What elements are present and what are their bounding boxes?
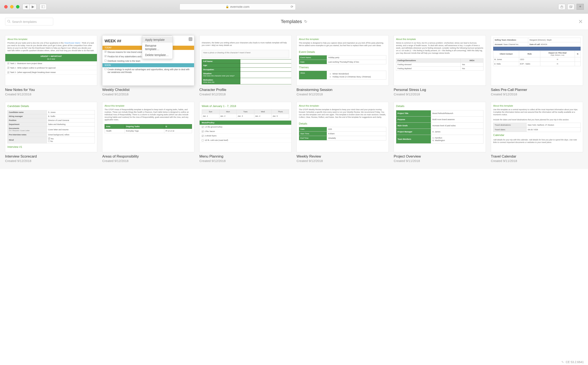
section-header: Candidate Details — [5, 102, 97, 110]
template-date: Created 9/12/2018 — [5, 92, 97, 96]
template-title: Interview Scorecard — [5, 154, 97, 159]
template-title: Sales Pre-Call Planner — [491, 88, 583, 92]
refresh-icon[interactable]: ↻ — [304, 19, 307, 24]
checkbox-icon — [48, 140, 50, 142]
checkbox-icon — [105, 55, 107, 57]
template-date: Created 9/12/2018 — [102, 92, 194, 96]
template-cell: About this template: This template is de… — [297, 35, 389, 96]
forward-button[interactable]: ▶ — [29, 4, 37, 10]
template-desc: The GTD® Weekly Review template is desig… — [299, 108, 386, 119]
template-card-sales-planner[interactable]: Selling Team Attendees:Margaret (Directo… — [491, 35, 583, 86]
svg-rect-5 — [570, 6, 572, 7]
menu-item: 1/2 lb. cold cuts (roast beef) — [200, 138, 291, 142]
template-card-stress-log[interactable]: About this template Stress is common in … — [394, 35, 486, 86]
section-header: Event Details — [299, 50, 386, 54]
more-button[interactable]: ⋯ — [189, 37, 192, 41]
url-bar[interactable]: 🔒 evernote.com ⟳ — [180, 4, 296, 10]
soon-label: SOON — [102, 63, 194, 67]
template-title: Menu Planning — [199, 154, 291, 159]
template-desc: This template is designed to help you ca… — [299, 42, 386, 47]
template-title: Weekly Checklist — [102, 88, 194, 92]
checkbox-icon — [105, 60, 107, 62]
share-button[interactable] — [558, 4, 565, 10]
svg-rect-0 — [41, 6, 45, 8]
checkbox-icon — [105, 68, 107, 70]
minimize-window-icon[interactable] — [10, 5, 14, 8]
template-desc: Prioritize all your tasks and to-dos int… — [7, 42, 95, 52]
sidebar-toggle-button[interactable] — [40, 4, 47, 10]
checkbox-icon — [202, 131, 204, 132]
about-label: About this template — [493, 104, 581, 107]
template-date: Created 9/12/2018 — [102, 159, 194, 163]
section-header: Themes — [299, 66, 386, 69]
ctx-apply-template[interactable]: Apply template — [142, 37, 173, 43]
template-cell: ⋯ WEEK ## TODAY Discuss reasons for new … — [102, 35, 194, 96]
page-header-area: Search templates Templates ↻ ✕ — [0, 14, 588, 25]
share-icon — [560, 5, 563, 8]
template-card-project-overview[interactable]: Details Project TitleBrand Refresh/Relau… — [394, 102, 486, 152]
project-table: Project TitleBrand Refresh/Relaunch Purp… — [396, 110, 483, 144]
template-card-areas-responsibility[interactable]: About this template The GTD® Areas of Re… — [102, 102, 194, 152]
browser-chrome: ◀ ▶ 🔒 evernote.com ⟳ + — [0, 0, 588, 14]
templates-grid: About this template: Prioritize all your… — [5, 35, 583, 163]
template-desc: The GTD® Areas of Responsibility templat… — [105, 108, 192, 121]
menu-item: 1.5 lbs ground turkey — [200, 125, 291, 129]
tabs-button[interactable] — [567, 4, 574, 10]
ctx-rename-template[interactable]: Rename template… — [142, 43, 173, 52]
back-button[interactable]: ◀ — [22, 4, 30, 10]
svg-point-6 — [8, 20, 10, 22]
template-cell: About this template Use this template as… — [491, 102, 583, 163]
character-table: Full Name: Age: Occupation: Situation:Ho… — [202, 59, 291, 84]
about-label: About this template — [396, 38, 483, 41]
maximize-window-icon[interactable] — [16, 5, 20, 8]
close-button[interactable]: ✕ — [578, 18, 583, 25]
template-cell: About this template The GTD® Areas of Re… — [102, 102, 194, 163]
template-date: Created 9/11/2018 — [394, 159, 486, 163]
template-card-travel-calendar[interactable]: About this template Use this template as… — [491, 102, 583, 152]
checkbox-icon — [7, 67, 9, 69]
template-date: Created 9/12/2018 — [199, 159, 291, 163]
template-date: Created 9/11/2018 — [491, 159, 583, 163]
close-window-icon[interactable] — [4, 5, 8, 8]
template-card-brainstorming[interactable]: About this template: This template is de… — [297, 35, 389, 86]
new-tab-button[interactable]: + — [577, 4, 584, 10]
section-header: Details — [299, 122, 386, 126]
template-cell: Selling Team Attendees:Margaret (Directo… — [491, 35, 583, 96]
lock-icon: 🔒 — [226, 5, 229, 8]
template-date: Created 9/12/2018 — [199, 92, 291, 96]
search-input[interactable]: Search templates — [5, 18, 53, 25]
nav-buttons: ◀ ▶ — [22, 4, 37, 10]
templates-grid-area: About this template: Prioritize all your… — [0, 30, 588, 169]
sidebar-icon — [41, 6, 45, 8]
checkbox-icon — [202, 126, 204, 128]
template-card-weekly-review[interactable]: About this template: The GTD® Weekly Rev… — [297, 102, 389, 152]
checkbox-icon — [7, 71, 9, 73]
themes-table: Ideas Winter WonderlandHoliday movie (A … — [299, 71, 386, 79]
template-title: Travel Calendar — [491, 154, 583, 159]
about-label: About this template: — [299, 38, 386, 41]
template-title: Project Overview — [394, 154, 486, 159]
window-controls — [4, 5, 20, 8]
task-row: Distribute meeting note to the team — [102, 59, 194, 63]
ctx-delete-template[interactable]: Delete template… — [142, 52, 173, 58]
reload-icon[interactable]: ⟳ — [291, 5, 293, 9]
search-placeholder: Search templates — [12, 20, 37, 23]
template-cell: Details Project TitleBrand Refresh/Relau… — [394, 102, 486, 163]
template-date: Created 9/12/2018 — [297, 159, 389, 163]
week-label: Week of January 1 - 7, 2018 — [200, 102, 291, 109]
template-card-interview-scorecard[interactable]: Candidate Details Candidate nameS. Jones… — [5, 102, 97, 152]
template-card-eisenhower[interactable]: About this template: Prioritize all your… — [5, 35, 97, 86]
template-title: Brainstorming Session — [297, 88, 389, 92]
urgent-header: URGENT + IMPORTANT Do it now — [5, 54, 97, 61]
section-header: Details — [394, 102, 486, 110]
page-title: Templates ↻ — [281, 19, 307, 24]
task-row: Task 2 - Write subject outline to profes… — [5, 66, 97, 70]
search-icon — [7, 20, 10, 23]
template-desc: characters, the better you writing where… — [200, 35, 291, 49]
template-card-menu-planning[interactable]: Week of January 1 - 7, 2018 SunMonTuesWe… — [199, 102, 291, 152]
template-cell: About this template: Prioritize all your… — [5, 35, 97, 96]
template-card-character-profile[interactable]: characters, the better you writing where… — [199, 35, 291, 86]
template-cell: Week of January 1 - 7, 2018 SunMonTuesWe… — [199, 102, 291, 163]
template-cell: About this template Stress is common in … — [394, 35, 486, 96]
template-title: Character Profile — [199, 88, 291, 92]
